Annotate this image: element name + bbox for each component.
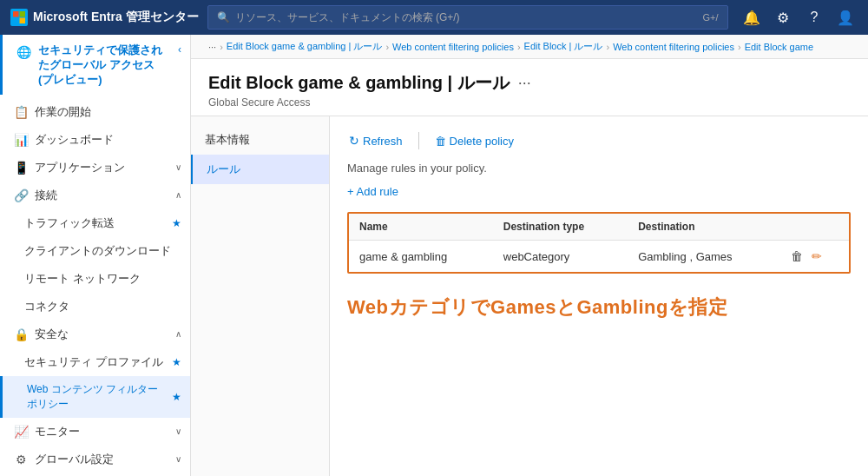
topbar-icons: 🔔 ⚙ ? 👤	[740, 5, 858, 30]
sidebar: 🌐 セキュリティで保護されたグローバル アクセス (プレビュー) ‹ 📋 作業の…	[0, 35, 191, 476]
col-header-name: Name	[349, 214, 493, 241]
sidebar-item-secure[interactable]: 🔒 安全な	[0, 321, 190, 348]
sidebar-item-monitor-label: モニター	[35, 424, 80, 440]
content-area: 基本情報 ルール ↻ Refresh 🗑 Delete policy	[191, 116, 868, 476]
sidebar-item-connections[interactable]: 🔗 接続	[0, 182, 190, 209]
svg-rect-2	[13, 18, 19, 24]
notifications-icon[interactable]: 🔔	[740, 5, 764, 30]
brand-logo: Microsoft Entra 管理センター	[10, 9, 199, 26]
row-destination: Gambling , Games	[628, 241, 779, 273]
rules-table: Name Destination type Destination game &…	[349, 214, 849, 272]
col-header-actions	[780, 214, 850, 241]
sidebar-item-start[interactable]: 📋 作業の開始	[0, 98, 190, 126]
brand-icon	[10, 9, 28, 26]
svg-rect-0	[13, 11, 19, 17]
sidebar-item-web-content[interactable]: Web コンテンツ フィルター ポリシー ★	[0, 376, 190, 418]
breadcrumb-item-3[interactable]: Edit Block | ルール	[524, 40, 603, 53]
toolbar: ↻ Refresh 🗑 Delete policy	[347, 130, 851, 151]
dashboard-icon: 📊	[14, 133, 28, 147]
layout: 🌐 セキュリティで保護されたグローバル アクセス (プレビュー) ‹ 📋 作業の…	[0, 35, 868, 476]
search-bar[interactable]: 🔍 リソース、サービス、ドキュメントの検索 (G+/) G+/	[207, 5, 728, 30]
sidebar-item-traffic-label: トラフィック転送	[24, 215, 115, 231]
add-rule-label: + Add rule	[347, 185, 398, 198]
main-panel: ↻ Refresh 🗑 Delete policy Manage rules i…	[330, 116, 868, 476]
rules-table-container: Name Destination type Destination game &…	[347, 212, 851, 274]
sidebar-top-label: セキュリティで保護されたグローバル アクセス (プレビュー)	[38, 43, 168, 88]
delete-icon: 🗑	[435, 135, 446, 148]
delete-policy-button[interactable]: 🗑 Delete policy	[433, 131, 516, 151]
refresh-label: Refresh	[363, 135, 403, 148]
web-content-star-icon: ★	[172, 391, 181, 403]
global-settings-chevron	[175, 454, 181, 464]
manage-text: Manage rules in your policy.	[347, 162, 851, 175]
sidebar-item-connections-label: 接続	[35, 188, 57, 203]
sidebar-item-applications-label: アプリケーション	[35, 160, 125, 175]
col-header-destination-type: Destination type	[493, 214, 628, 241]
toolbar-separator	[418, 132, 419, 149]
sidebar-item-global-settings[interactable]: ⚙ グローバル設定	[0, 446, 190, 473]
sidebar-item-traffic[interactable]: トラフィック転送 ★	[0, 209, 190, 237]
row-destination-type: webCategory	[493, 241, 628, 273]
sidebar-item-start-label: 作業の開始	[35, 104, 91, 120]
refresh-icon: ↻	[349, 134, 359, 148]
breadcrumb-dots: ···	[208, 42, 216, 52]
sidebar-item-remote-network[interactable]: リモート ネットワーク	[0, 265, 190, 293]
start-icon: 📋	[14, 105, 28, 119]
page-subtitle: Global Secure Access	[208, 96, 851, 109]
sidebar-item-applications[interactable]: 📱 アプリケーション	[0, 154, 190, 182]
left-nav-basic-info[interactable]: 基本情報	[191, 125, 329, 155]
breadcrumb-item-2[interactable]: Web content filtering policies	[392, 42, 514, 52]
monitor-icon: 📈	[14, 425, 28, 439]
monitor-chevron	[175, 426, 181, 436]
topbar: Microsoft Entra 管理センター 🔍 リソース、サービス、ドキュメン…	[0, 0, 868, 35]
globe-shield-icon: 🌐	[16, 45, 31, 59]
page-title: Edit Block game & gambling | ルール	[208, 71, 510, 95]
brand-text: Microsoft Entra 管理センター	[33, 10, 199, 25]
global-settings-icon: ⚙	[14, 453, 28, 466]
refresh-button[interactable]: ↻ Refresh	[347, 130, 404, 151]
security-profile-star-icon: ★	[172, 356, 181, 368]
row-actions: 🗑 ✏	[780, 241, 850, 273]
settings-icon[interactable]: ⚙	[771, 5, 795, 30]
svg-rect-3	[20, 18, 26, 24]
left-nav-rules[interactable]: ルール	[191, 155, 329, 184]
search-placeholder: リソース、サービス、ドキュメントの検索 (G+/)	[235, 10, 460, 25]
annotation-text: WebカテゴリでGamesとGamblingを指定	[347, 294, 851, 321]
add-rule-button[interactable]: + Add rule	[347, 185, 398, 198]
main-content: ··· › Edit Block game & gambling | ルール ›…	[191, 35, 868, 476]
row-name: game & gambling	[349, 241, 493, 273]
sidebar-item-connector-label: コネクタ	[24, 299, 69, 314]
edit-row-icon[interactable]: ✏	[812, 249, 822, 263]
breadcrumb-item-4[interactable]: Web content filtering policies	[613, 42, 734, 52]
sidebar-item-client-download[interactable]: クライアントのダウンロード	[0, 237, 190, 265]
sidebar-top-item[interactable]: 🌐 セキュリティで保護されたグローバル アクセス (プレビュー) ‹	[0, 35, 190, 95]
sidebar-item-dashboard[interactable]: 📊 ダッシュボード	[0, 126, 190, 154]
help-icon[interactable]: ?	[802, 5, 826, 30]
left-nav: 基本情報 ルール	[191, 116, 330, 476]
sidebar-item-connector[interactable]: コネクタ	[0, 293, 190, 321]
user-icon[interactable]: 👤	[833, 5, 858, 30]
sidebar-item-client-label: クライアントのダウンロード	[24, 243, 171, 259]
traffic-star-icon: ★	[172, 217, 181, 229]
sidebar-item-remote-label: リモート ネットワーク	[24, 271, 141, 287]
col-header-destination: Destination	[628, 214, 779, 241]
sidebar-item-web-content-label: Web コンテンツ フィルター ポリシー	[27, 382, 165, 412]
breadcrumb-item-1[interactable]: Edit Block game & gambling | ルール	[227, 40, 383, 53]
sidebar-item-monitor[interactable]: 📈 モニター	[0, 418, 190, 446]
applications-chevron	[175, 162, 181, 172]
connections-icon: 🔗	[14, 188, 28, 202]
sidebar-section-main: 📋 作業の開始 📊 ダッシュボード 📱 アプリケーション 🔗 接続 トラフィック…	[0, 95, 190, 476]
table-row: game & gambling webCategory Gambling , G…	[349, 241, 849, 273]
sidebar-item-security-profile[interactable]: セキュリティ プロファイル ★	[0, 348, 190, 376]
collapse-icon[interactable]: ‹	[178, 43, 181, 56]
page-header: Edit Block game & gambling | ルール ··· Glo…	[191, 59, 868, 116]
page-title-row: Edit Block game & gambling | ルール ···	[208, 71, 851, 95]
more-options-button[interactable]: ···	[518, 74, 531, 92]
svg-rect-1	[20, 11, 26, 17]
breadcrumb-item-5[interactable]: Edit Block game	[745, 42, 813, 52]
sidebar-item-global-settings-label: グローバル設定	[35, 452, 114, 467]
sidebar-item-secure-label: 安全な	[35, 327, 69, 342]
delete-label: Delete policy	[450, 135, 514, 148]
delete-row-icon[interactable]: 🗑	[791, 249, 803, 263]
secure-chevron	[175, 329, 181, 339]
